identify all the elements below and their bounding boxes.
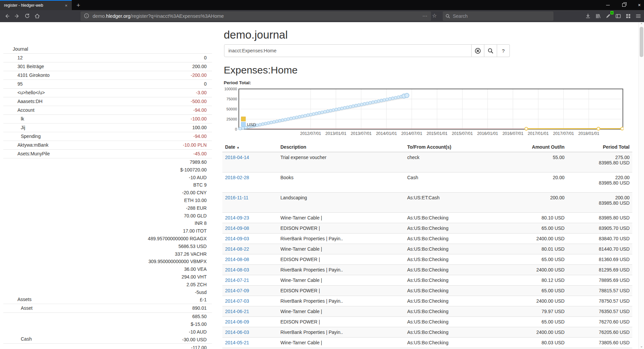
home-button[interactable] [32,11,42,21]
window-close-button[interactable]: × [632,0,644,10]
account-balance: -94.00 [41,132,212,141]
account-balance: 685.50$-15.00-10 AUD-30.00 USD [32,313,212,343]
account-balance: -500.00 [43,97,212,106]
new-tab-button[interactable]: + [76,1,80,10]
reload-button[interactable] [22,11,32,21]
register-row[interactable]: 2014-08-22Wine-Tarner Cable |As:US:Bo:Ch… [222,244,632,254]
transaction-date-link[interactable]: 2014-08-08 [225,257,249,262]
sidebar-account-link[interactable]: 4101 Girokonto [3,71,50,80]
sidebar-account-link[interactable]: 301 Beiträge [3,62,44,71]
transaction-date-link[interactable]: 2014-05-21 [225,340,249,345]
scrollbar-up-icon[interactable]: ⌃ [639,22,644,27]
sidebar-account-link[interactable]: Aaasets:DH [3,97,43,106]
transaction-account: As:US:ET:Cash [405,193,505,213]
extensions-button[interactable] [623,11,633,21]
site-info-icon[interactable]: i [84,13,89,19]
scrollbar-down-icon[interactable]: ⌄ [639,344,644,348]
transaction-description: Trial expense voucher [278,152,405,172]
register-row[interactable]: 2014-07-21Wine-Tarner Cable |As:US:Bo:Ch… [222,275,632,286]
sidebar-account-link[interactable]: lk [3,115,24,123]
register-row[interactable]: 2014-07-03RiverBank Properties | Payin..… [222,296,632,306]
sidebar-account-link[interactable]: 12 [3,54,23,62]
balance-amount: $-15.00 [32,320,207,328]
menu-button[interactable] [633,11,643,21]
page-scrollbar[interactable]: ⌃ ⌄ [638,22,644,349]
transaction-date-link[interactable]: 2014-06-09 [225,319,249,325]
sidebar-account-link[interactable]: Asset [3,304,33,312]
register-row[interactable]: 2016-11-11LandscapingAs:US:ET:Cash200.00… [222,193,632,213]
register-row[interactable]: 2014-09-03RiverBank Properties | Payin..… [222,234,632,244]
scrollbar-thumb[interactable] [640,27,643,57]
sidebar-account-link[interactable]: Jij [3,123,25,132]
register-row[interactable]: 2014-08-08EDISON POWER |As:US:Bo:Checkin… [222,254,632,265]
column-header-date[interactable]: Date ▲ [222,142,278,152]
register-row[interactable]: 2014-06-09EDISON POWER |As:US:Bo:Checkin… [222,317,632,327]
transaction-date-link[interactable]: 2014-06-21 [225,309,249,314]
url-bar[interactable]: i demo.hledger.org/register?q=inacct%3AE… [80,11,431,21]
register-row[interactable]: 2014-09-08EDISON POWER |As:US:Bo:Checkin… [222,223,632,234]
column-header-description[interactable]: Description [278,142,405,152]
column-header-accounts[interactable]: To/From Account(s) [405,142,505,152]
search-submit-button[interactable] [484,44,497,57]
svg-text:i: i [86,14,87,17]
sidebar-account-link[interactable]: Assets [3,295,32,304]
forward-button[interactable] [12,11,22,21]
register-row[interactable]: 2014-05-21Wine-Tarner Cable |As:US:Bo:Ch… [222,338,632,348]
transaction-date-link[interactable]: 2014-08-03 [225,267,249,272]
transaction-date-link[interactable]: 2018-02-28 [225,175,249,180]
browser-tab[interactable]: register - hledger-web × [0,0,72,10]
column-header-amount[interactable]: Amount Out/In [505,142,567,152]
register-row[interactable]: 2014-06-21Wine-Tarner Cable |As:US:Bo:Ch… [222,306,632,317]
register-row[interactable]: 2014-09-23Wine-Tarner Cable |As:US:Bo:Ch… [222,213,632,223]
tab-close-icon[interactable]: × [63,2,69,9]
transaction-date-link[interactable]: 2014-09-23 [225,215,249,220]
transaction-date-link[interactable]: 2014-07-03 [225,298,249,304]
amount-out-in: 2400.00 USD [505,265,567,275]
clear-query-button[interactable] [472,44,484,57]
register-row[interactable]: 2014-07-09EDISON POWER |As:US:Bo:Checkin… [222,286,632,296]
url-overflow-icon[interactable]: ⋯ [422,13,428,19]
transaction-date-link[interactable]: 2014-09-08 [225,226,249,231]
transaction-date-link[interactable]: 2014-08-22 [225,246,249,252]
sidebar-account-link[interactable]: 95 [3,80,23,88]
back-button[interactable] [2,11,12,21]
sidebar-account-link[interactable]: Aktywa:mBank [3,141,49,149]
bookmark-star-icon[interactable]: ☆ [432,12,437,19]
transaction-date-link[interactable]: 2014-07-21 [225,278,249,283]
library-button[interactable] [593,11,603,21]
notes-addon-button[interactable]: 0 [603,11,613,21]
balance-amount: 36.00 VEA [32,265,207,273]
window-minimize-button[interactable] [600,0,615,10]
sidebar-journal-link[interactable]: Journal [3,45,212,54]
balance-amount: 309.950000000000 VBMPX [32,258,207,265]
balance-amount: -30.00 USD [32,336,207,344]
window-restore-button[interactable] [616,0,631,10]
register-row[interactable]: 2014-06-03RiverBank Properties | Payin..… [222,327,632,338]
register-row[interactable]: 2018-04-14Trial expense vouchercheck55.0… [222,152,632,172]
sidebar-account-link[interactable]: <u>hello</u> [3,89,45,97]
sidebar-account-link[interactable]: Spending [3,132,41,141]
page-content: Journal 120301 Beiträge200.004101 Giroko… [0,22,644,349]
sidebar-account-link[interactable]: Account [3,106,35,114]
register-row[interactable]: 2014-05-08EDISON POWER |As:US:Bo:Checkin… [222,348,632,349]
register-row[interactable]: 2014-08-03RiverBank Properties | Payin..… [222,265,632,275]
balance-amount: 489.957000000000 RGAGX [32,235,207,243]
column-header-period-total[interactable]: Period Total [567,142,632,152]
query-input[interactable] [224,44,472,57]
transaction-date-link[interactable]: 2014-09-03 [225,236,249,241]
transaction-description: Landscaping [278,193,405,213]
page-title: demo.journal [224,29,632,41]
transaction-date-link[interactable]: 2014-06-03 [225,330,249,335]
help-button[interactable]: ? [497,44,510,57]
downloads-button[interactable] [583,11,593,21]
register-row[interactable]: 2018-02-28BooksCash20.00220.0083985.80 U… [222,172,632,193]
y-tick-label: 100000 [224,87,237,91]
transaction-date-link[interactable]: 2016-11-11 [225,195,249,200]
sidebars-button[interactable] [613,11,623,21]
sidebar-account-link[interactable]: Cash [3,335,32,343]
main-panel: demo.journal ? Expenses:Home Period Tota… [222,22,632,349]
transaction-date-link[interactable]: 2014-07-09 [225,288,249,293]
sidebar-account-link[interactable]: Asets:MunyPile [3,150,50,158]
transaction-date-link[interactable]: 2018-04-14 [225,155,249,160]
browser-search-field[interactable]: Search [443,11,553,21]
